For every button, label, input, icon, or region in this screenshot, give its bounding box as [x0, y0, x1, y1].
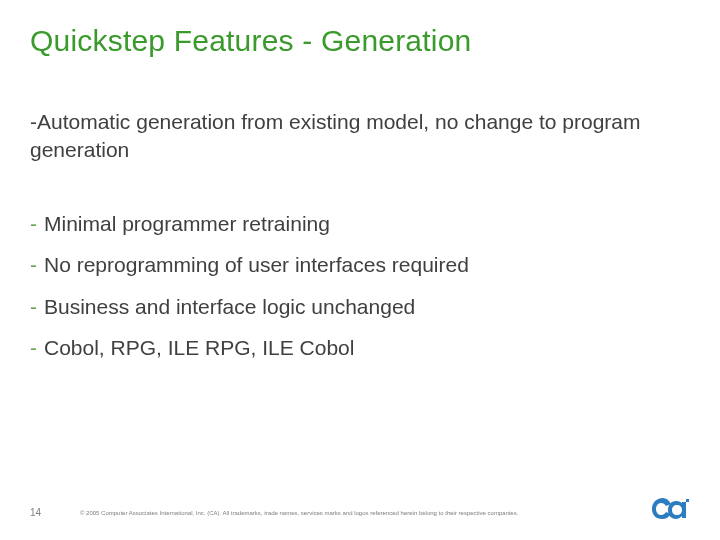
slide-title: Quickstep Features - Generation [30, 24, 690, 58]
footer: 14 © 2005 Computer Associates Internatio… [30, 492, 690, 522]
slide: Quickstep Features - Generation -Automat… [0, 0, 720, 540]
lead-text: Automatic generation from existing model… [30, 110, 641, 161]
bullet-text: Cobol, RPG, ILE RPG, ILE Cobol [44, 336, 354, 359]
dash-icon: - [30, 251, 44, 278]
dash-icon: - [30, 108, 37, 136]
list-item: -Minimal programmer retraining [30, 210, 670, 237]
dash-icon: - [30, 334, 44, 361]
bullet-text: No reprogramming of user interfaces requ… [44, 253, 469, 276]
svg-rect-0 [686, 499, 689, 502]
bullet-text: Business and interface logic unchanged [44, 295, 415, 318]
dash-icon: - [30, 210, 44, 237]
page-number: 14 [30, 507, 41, 518]
copyright-text: © 2005 Computer Associates International… [80, 510, 610, 516]
lead-bullet: -Automatic generation from existing mode… [30, 108, 670, 165]
list-item: -Business and interface logic unchanged [30, 293, 670, 320]
list-item: -Cobol, RPG, ILE RPG, ILE Cobol [30, 334, 670, 361]
ca-logo-icon [648, 492, 690, 522]
list-item: -No reprogramming of user interfaces req… [30, 251, 670, 278]
bullet-text: Minimal programmer retraining [44, 212, 330, 235]
dash-icon: - [30, 293, 44, 320]
bullet-list: -Minimal programmer retraining -No repro… [30, 210, 670, 375]
